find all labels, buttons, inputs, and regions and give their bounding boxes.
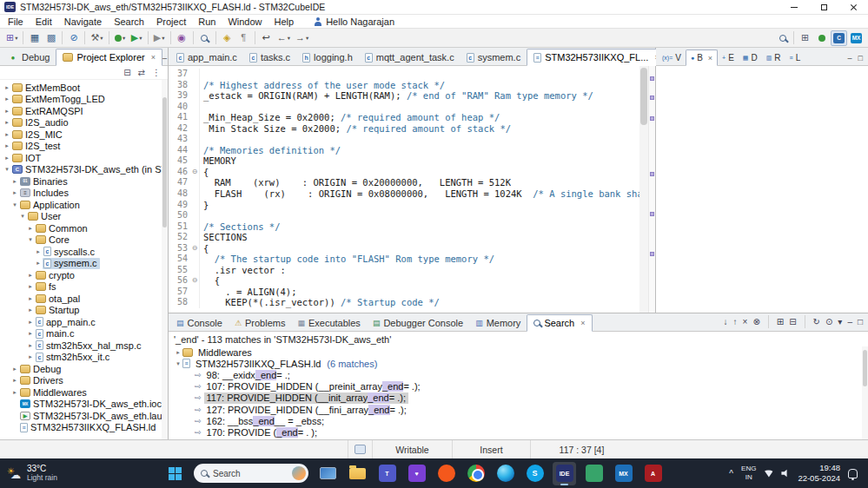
fold-marker-icon[interactable]: ⊖: [190, 243, 200, 254]
minimize-view-button[interactable]: –: [847, 317, 852, 326]
tree-item-app-main-c[interactable]: ▸capp_main.c: [0, 316, 168, 328]
build-button[interactable]: ⚒▾: [89, 30, 104, 46]
tree-item-common[interactable]: ▸Common: [0, 222, 168, 234]
search-match-row[interactable]: ⇨162: __bss_end__ = _ebss;: [169, 415, 868, 426]
pin-view-button[interactable]: ⊙: [825, 317, 832, 326]
tree-item-extramqspi[interactable]: ▸ExtRAMQSPI: [0, 105, 168, 117]
bottom-tab-memory[interactable]: ▥Memory: [469, 315, 527, 331]
tree-item-syscalls-c[interactable]: ▸csyscalls.c: [0, 246, 168, 258]
phone-link-icon[interactable]: ♥: [405, 462, 428, 485]
search-file-row[interactable]: ▾≡STM32H573IIKXQ_FLASH.ld(6 matches): [169, 358, 868, 369]
file-explorer-icon[interactable]: [346, 462, 369, 485]
skype-icon[interactable]: S: [523, 462, 547, 485]
editor-scrollbar[interactable]: [639, 66, 648, 313]
tree-item-i2s-mic[interactable]: ▸I2S_MIC: [0, 129, 168, 141]
tree-item-iot[interactable]: ▸IOT: [0, 152, 168, 164]
close-icon[interactable]: ×: [151, 53, 156, 62]
tree-expand-icon[interactable]: ▸: [10, 178, 19, 185]
taskbar-search[interactable]: Search: [194, 464, 308, 483]
tree-item-ota-pal[interactable]: ▸ota_pal: [0, 293, 168, 305]
tree-expand-icon[interactable]: ▸: [26, 272, 35, 279]
teams-icon[interactable]: T: [375, 462, 399, 485]
tree-collapse-icon[interactable]: ▾: [3, 166, 11, 173]
code-text[interactable]: MEMORY: [200, 155, 236, 167]
show-prev-match-button[interactable]: ↑: [733, 317, 738, 326]
run-button[interactable]: ▶▾: [129, 30, 144, 46]
show-whitespace-button[interactable]: ¶: [236, 30, 251, 46]
menu-help[interactable]: Help: [268, 16, 301, 27]
view-menu-button[interactable]: ▾: [838, 317, 842, 326]
search-match-row[interactable]: ⇨107: PROVIDE_HIDDEN (__preinit_array_en…: [169, 381, 868, 392]
menu-navigate[interactable]: Navigate: [58, 16, 108, 27]
forward-button[interactable]: →▾: [294, 30, 310, 46]
user-account[interactable]: Hello Nagarajan: [314, 16, 394, 27]
skip-all-breakpoints-button[interactable]: ⊘: [66, 30, 81, 46]
chrome-icon[interactable]: [464, 462, 487, 485]
hidden-icons-chevron[interactable]: ^: [729, 469, 733, 478]
search-scrollbar[interactable]: [862, 346, 868, 439]
editor-tab-tasks-c[interactable]: ctasks.c: [243, 49, 296, 65]
weather-widget[interactable]: ☀☁ 33°C Light rain: [7, 464, 101, 482]
tree-item-fs[interactable]: ▸fs: [0, 281, 168, 293]
start-button[interactable]: [163, 462, 186, 485]
search-match-row[interactable]: ⇨170: PROVIDE ( _end = . );: [169, 426, 868, 438]
explorer-minimize-button[interactable]: –: [162, 54, 167, 63]
widgets-icon[interactable]: [316, 462, 340, 485]
tree-expand-icon[interactable]: ▸: [3, 96, 11, 102]
code-text[interactable]: /* Sections */: [200, 221, 281, 233]
tree-expand-icon[interactable]: ▸: [3, 108, 11, 115]
view-tab-breakpoints[interactable]: ●B×: [686, 49, 718, 66]
tree-expand-icon[interactable]: ▸: [26, 283, 35, 290]
tree-expand-icon[interactable]: ▸: [34, 248, 43, 255]
code-text[interactable]: _Min_Heap_Size = 0x2000; /* required amo…: [200, 112, 500, 123]
tree-item-stm32h5xx-hal-msp-c[interactable]: ▸cstm32h5xx_hal_msp.c: [0, 340, 168, 352]
tree-expand-icon[interactable]: ▸: [174, 349, 182, 356]
bottom-tab-console[interactable]: ▤Console: [170, 315, 229, 331]
tree-expand-icon[interactable]: ▸: [26, 342, 35, 349]
overview-marker[interactable]: [650, 76, 654, 81]
tree-item-startup[interactable]: ▸Startup: [0, 305, 168, 317]
tree-collapse-icon[interactable]: ▾: [18, 213, 27, 220]
tree-item-i2s-audio[interactable]: ▸I2S_audio: [0, 117, 168, 129]
tree-item-stm32h573i-dk-aws-eth-ioc[interactable]: MXSTM32H573I-DK_aws_eth.ioc: [0, 399, 168, 411]
tree-expand-icon[interactable]: ▸: [34, 260, 43, 267]
tree-expand-icon[interactable]: ▸: [26, 330, 35, 337]
tree-item-debug[interactable]: ▸Debug: [0, 363, 168, 375]
overview-marker[interactable]: [650, 96, 654, 100]
tree-item-middlewares[interactable]: ▸Middlewares: [0, 386, 168, 399]
explorer-scrollbar[interactable]: [162, 80, 168, 439]
editor-body[interactable]: 3738/* Highest address of the user mode …: [169, 66, 655, 313]
link-with-editor-button[interactable]: ⇄: [138, 68, 145, 77]
close-icon[interactable]: ×: [708, 54, 712, 63]
collapse-all-button[interactable]: ⊟: [123, 68, 130, 77]
tree-expand-icon[interactable]: ▸: [26, 295, 35, 302]
tab-debug[interactable]: ●Debug: [2, 49, 56, 65]
language-indicator[interactable]: ENG IN: [741, 465, 756, 481]
menu-edit[interactable]: Edit: [30, 16, 58, 27]
code-viewport[interactable]: 3738/* Highest address of the user mode …: [169, 66, 639, 313]
overview-marker[interactable]: [650, 212, 654, 216]
menu-window[interactable]: Window: [222, 16, 268, 27]
find-actions-button[interactable]: [775, 30, 790, 46]
acrobat-icon[interactable]: A: [641, 462, 665, 485]
code-text[interactable]: RAM (xrw) : ORIGIN = 0x20000000, LENGTH …: [200, 177, 511, 188]
code-text[interactable]: SECTIONS: [200, 232, 248, 243]
overview-ruler[interactable]: [648, 66, 655, 313]
external-tools-button[interactable]: ▶▾: [152, 30, 167, 46]
tree-item-user[interactable]: ▾User: [0, 211, 168, 223]
tree-expand-icon[interactable]: ▸: [26, 319, 35, 326]
edge-icon[interactable]: [494, 462, 517, 485]
cubemx-icon[interactable]: MX: [612, 462, 635, 485]
code-text[interactable]: {: [200, 167, 209, 178]
remove-all-matches-button[interactable]: ⊗: [752, 317, 759, 326]
search-match-row[interactable]: ⇨117: PROVIDE_HIDDEN (__init_array_end =…: [169, 392, 868, 404]
close-icon[interactable]: ×: [580, 319, 585, 327]
scrollbar-thumb[interactable]: [640, 68, 647, 125]
tree-item-binaries[interactable]: ▸01Binaries: [0, 175, 168, 188]
tree-item-includes[interactable]: ▸≡Includes: [0, 188, 168, 200]
save-button[interactable]: ▦: [27, 30, 42, 46]
show-next-match-button[interactable]: ↓: [724, 317, 728, 326]
scrollbar-thumb[interactable]: [162, 97, 167, 228]
code-text[interactable]: [200, 210, 203, 221]
code-text[interactable]: .isr_vector :: [200, 265, 286, 276]
